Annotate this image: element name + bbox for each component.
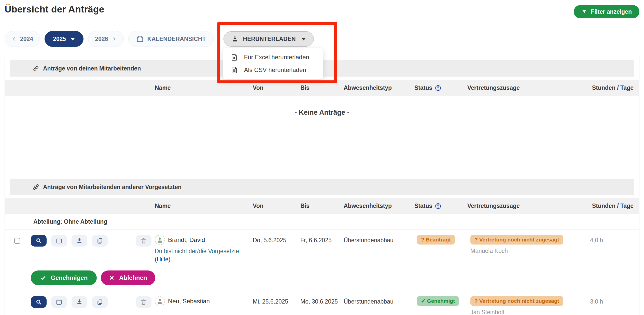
trash-icon	[140, 299, 147, 305]
row-download-button[interactable]	[72, 235, 87, 247]
filter-icon	[581, 9, 587, 15]
hours-value: 4,0 h	[585, 235, 639, 244]
download-button-label: HERUNTERLADEN	[243, 36, 296, 42]
check-icon	[40, 275, 46, 281]
download-icon	[76, 237, 83, 244]
bis-value: Fr, 6.6.2025	[300, 235, 344, 244]
bis-value: Mo, 30.6.2025	[300, 296, 344, 305]
details-button[interactable]	[31, 235, 47, 247]
help-link[interactable]: (Hilfe)	[155, 256, 170, 263]
help-icon[interactable]	[435, 203, 441, 209]
col-status: Status	[414, 203, 467, 209]
copy-icon	[96, 237, 103, 244]
col-vertretung: Vertretungszusage	[467, 84, 585, 91]
table-row: Neu, Sebastian Mi, 25.6.2025 Mo, 30.6.20…	[5, 291, 639, 315]
substitute-name: Manuela Koch	[470, 248, 585, 254]
download-menu-item-label: Für Excel herunterladen	[244, 54, 309, 61]
von-value: Mi, 25.6.2025	[253, 296, 300, 305]
next-year-button[interactable]: 2026	[88, 31, 123, 47]
section-other-header: Anträge von Mitarbeitenden anderer Vorge…	[10, 179, 634, 195]
col-bis: Bis	[300, 84, 344, 91]
status-badge: ✔ Genehmigt	[417, 296, 459, 306]
current-year-label: 2025	[53, 36, 66, 42]
department-row: Abteilung: Ohne Abteilung	[5, 214, 639, 230]
download-menu-item-label: Als CSV herunterladen	[244, 66, 306, 74]
copy-button[interactable]	[92, 296, 108, 308]
copy-icon	[96, 299, 103, 305]
link-slash-icon	[32, 183, 39, 191]
caret-down-icon	[71, 38, 75, 40]
absence-type: Überstundenabbau	[344, 296, 414, 305]
prev-year-button[interactable]: 2024	[5, 31, 40, 47]
substitute-badge: ? Vertretung noch nicht zugesagt	[470, 235, 563, 245]
approval-actions: Genehmigen Ablehnen	[5, 267, 639, 291]
approve-button[interactable]: Genehmigen	[31, 270, 97, 285]
table-header-other: Name Von Bis Abwesenheitstyp Status Vert…	[5, 198, 639, 214]
current-year-button[interactable]: 2025	[45, 31, 83, 47]
col-typ: Abwesenheitstyp	[344, 203, 414, 209]
col-status: Status	[414, 84, 467, 91]
search-icon	[35, 299, 42, 305]
calendar-icon	[56, 299, 62, 305]
person-icon	[156, 297, 164, 305]
person-icon	[156, 236, 164, 244]
calendar-view-button[interactable]: KALENDERANSICHT	[128, 31, 214, 47]
approve-button-label: Genehmigen	[51, 274, 88, 281]
excel-file-icon	[230, 53, 238, 61]
details-button[interactable]	[31, 296, 47, 308]
table-row: Brandt, David Du bist nicht der/die Vorg…	[5, 230, 639, 267]
download-icon	[76, 299, 83, 305]
absence-type: Überstundenabbau	[344, 235, 414, 244]
row-checkbox[interactable]	[14, 238, 20, 244]
csv-file-icon	[230, 66, 238, 74]
download-menu-item-excel[interactable]: Für Excel herunterladen	[223, 51, 323, 64]
link-icon	[32, 65, 39, 72]
status-badge: ? Beantragt	[417, 235, 455, 245]
calendar-icon	[136, 35, 144, 43]
filter-button[interactable]: Filter anzeigen	[574, 5, 639, 18]
section-own-title: Anträge von deinen Mitarbeitenden	[43, 65, 141, 72]
calendar-icon	[56, 237, 62, 244]
search-icon	[35, 237, 42, 244]
chevron-right-icon	[112, 36, 117, 41]
download-group: HERUNTERLADEN Für Excel herunterladen Al…	[223, 31, 314, 47]
col-von: Von	[253, 84, 300, 91]
delete-button[interactable]	[136, 296, 151, 308]
toolbar: 2024 2025 2026 KALENDERANSICHT HERUNTERL…	[5, 31, 644, 47]
row-calendar-button[interactable]	[51, 235, 67, 247]
x-icon	[109, 275, 115, 281]
row-download-button[interactable]	[72, 296, 87, 308]
reject-button-label: Ablehnen	[119, 274, 147, 281]
hours-value: 3,0 h	[585, 296, 639, 305]
download-menu: Für Excel herunterladen Als CSV herunter…	[223, 48, 323, 80]
col-bis: Bis	[300, 203, 344, 209]
col-von: Von	[253, 203, 300, 209]
copy-button[interactable]	[92, 235, 108, 247]
empty-state-text: - Keine Anträge -	[5, 96, 639, 117]
row-calendar-button[interactable]	[51, 296, 67, 308]
col-vertretung: Vertretungszusage	[467, 203, 585, 209]
avatar	[155, 296, 165, 306]
requests-panel: Anträge von deinen Mitarbeitenden Name V…	[5, 55, 639, 315]
chevron-left-icon	[11, 36, 17, 41]
employee-name: Neu, Sebastian	[168, 298, 210, 305]
substitute-badge: ? Vertretung noch nicht zugesagt	[470, 296, 563, 306]
col-typ: Abwesenheitstyp	[344, 84, 414, 91]
prev-year-label: 2024	[20, 36, 33, 42]
page-title: Übersicht der Anträge	[5, 4, 104, 15]
substitute-name: Jan Steinhoff	[470, 309, 585, 315]
filter-button-label: Filter anzeigen	[591, 8, 632, 15]
download-button[interactable]: HERUNTERLADEN	[223, 31, 314, 47]
delete-button[interactable]	[136, 235, 151, 247]
help-icon[interactable]	[435, 85, 441, 91]
avatar	[155, 235, 165, 245]
table-header-own: Name Von Bis Abwesenheitstyp Status Vert…	[5, 80, 639, 96]
download-icon	[231, 35, 239, 42]
download-menu-item-csv[interactable]: Als CSV herunterladen	[223, 64, 323, 76]
calendar-view-label: KALENDERANSICHT	[147, 36, 206, 42]
col-name: Name	[155, 84, 253, 91]
employee-name: Brandt, David	[168, 236, 205, 244]
von-value: Do, 5.6.2025	[253, 235, 300, 244]
reject-button[interactable]: Ablehnen	[101, 270, 155, 285]
page: { "page": { "title": "Übersicht der Antr…	[0, 0, 644, 315]
